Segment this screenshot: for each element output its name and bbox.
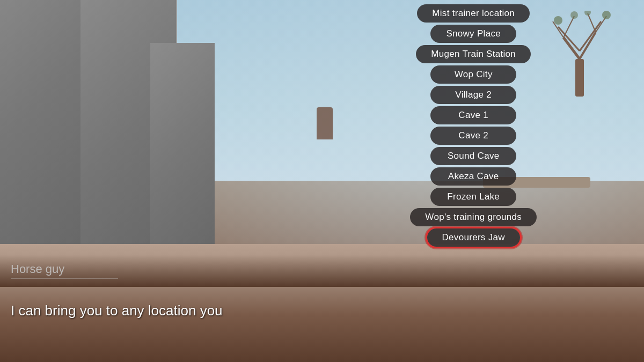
svg-line-8 — [588, 13, 596, 32]
location-btn-snowy-place[interactable]: Snowy Place — [430, 25, 516, 43]
location-btn-wop-city[interactable]: Wop City — [430, 65, 516, 84]
location-btn-akeza-cave[interactable]: Akeza Cave — [430, 167, 516, 186]
svg-point-12 — [584, 11, 591, 16]
location-btn-cave-2[interactable]: Cave 2 — [430, 127, 516, 145]
location-btn-village-2[interactable]: Village 2 — [430, 86, 516, 104]
tree — [547, 11, 612, 99]
npc-name: Horse guy — [11, 262, 118, 279]
svg-point-9 — [554, 16, 562, 25]
svg-line-2 — [580, 32, 596, 59]
location-btn-mugen-train-station[interactable]: Mugen Train Station — [416, 45, 531, 63]
location-btn-frozen-lake[interactable]: Frozen Lake — [430, 188, 516, 206]
npc-figure — [317, 107, 333, 139]
location-btn-mist-trainer-location[interactable]: Mist trainer location — [417, 4, 530, 23]
location-btn-sound-cave[interactable]: Sound Cave — [430, 147, 516, 165]
svg-rect-0 — [575, 59, 584, 97]
location-btn-cave-1[interactable]: Cave 1 — [430, 106, 516, 124]
svg-point-10 — [570, 11, 578, 19]
location-btn-wons-training-grounds[interactable]: Wop's training grounds — [410, 208, 537, 226]
svg-point-11 — [602, 11, 611, 19]
stone-pillar-3 — [150, 43, 215, 247]
svg-line-4 — [580, 21, 601, 51]
svg-line-6 — [564, 16, 574, 38]
npc-dialogue: I can bring you to any location you — [11, 302, 223, 319]
location-btn-devourers-jaw[interactable]: Devourers Jaw — [427, 228, 520, 247]
location-menu: Mist trainer locationSnowy PlaceMugen Tr… — [410, 4, 537, 247]
svg-line-3 — [558, 27, 580, 51]
